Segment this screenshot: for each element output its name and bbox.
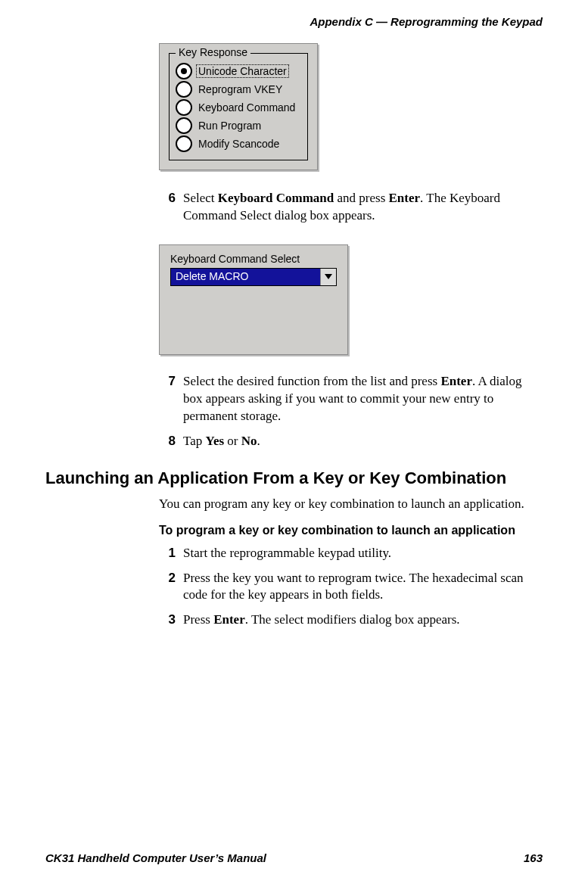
step-number: 8 — [159, 433, 176, 450]
t: . — [257, 434, 260, 448]
enter-bold: Enter — [389, 191, 421, 205]
step-7: 7 Select the desired function from the l… — [159, 373, 543, 425]
step-number: 2 — [159, 570, 176, 605]
section-intro-paragraph: You can program any key or key combinati… — [159, 496, 543, 513]
sub-step-3: 3 Press Enter. The select modifiers dial… — [159, 612, 543, 629]
radio-label: Run Program — [197, 120, 263, 132]
step-number: 1 — [159, 545, 176, 562]
step-text: Press the key you want to reprogram twic… — [183, 570, 543, 605]
enter-bold: Enter — [440, 374, 472, 388]
radio-button-icon — [176, 81, 192, 98]
chevron-down-icon — [325, 274, 332, 280]
step-text: Press Enter. The select modifiers dialog… — [183, 612, 543, 629]
radio-button-icon — [176, 63, 192, 79]
radio-label: Unicode Character — [197, 65, 288, 77]
t: Select the desired function from the lis… — [183, 374, 440, 388]
procedure-subheading: To program a key or key combination to l… — [159, 524, 543, 537]
radio-option[interactable]: Run Program — [176, 117, 297, 134]
t: Press — [183, 612, 213, 627]
combo-label: Keyboard Command Select — [170, 253, 337, 265]
key-response-groupbox: Key Response Unicode CharacterReprogram … — [169, 53, 308, 160]
step-text: Select the desired function from the lis… — [183, 373, 543, 425]
combo-selected-value: Delete MACRO — [171, 269, 320, 285]
step-number: 7 — [159, 373, 176, 425]
yes-bold: Yes — [206, 434, 225, 448]
keyboard-command-bold: Keyboard Command — [218, 191, 334, 205]
step-text: Select Keyboard Command and press Enter.… — [183, 190, 543, 225]
step-text: Tap Yes or No. — [183, 433, 543, 450]
radio-option[interactable]: Unicode Character — [176, 63, 297, 79]
step-6: 6 Select Keyboard Command and press Ente… — [159, 190, 543, 225]
command-select-combobox[interactable]: Delete MACRO — [170, 268, 337, 286]
footer-page-number: 163 — [524, 851, 543, 864]
groupbox-legend: Key Response — [176, 46, 250, 58]
page-header-appendix: Appendix C — Reprogramming the Keypad — [45, 15, 543, 28]
enter-bold: Enter — [213, 612, 245, 627]
sub-step-1: 1 Start the reprogrammable keypad utilit… — [159, 545, 543, 562]
section-heading-launching-app: Launching an Application From a Key or K… — [45, 468, 543, 488]
radio-option[interactable]: Reprogram VKEY — [176, 81, 297, 98]
step-number: 6 — [159, 190, 176, 225]
footer-manual-title: CK31 Handheld Computer User’s Manual — [45, 851, 266, 864]
t: Select — [183, 191, 218, 205]
radio-label: Keyboard Command — [197, 101, 297, 114]
step-number: 3 — [159, 612, 176, 629]
radio-option[interactable]: Modify Scancode — [176, 135, 297, 152]
t: . The select modifiers dialog box appear… — [245, 612, 460, 627]
sub-step-2: 2 Press the key you want to reprogram tw… — [159, 570, 543, 605]
radio-button-icon — [176, 99, 192, 116]
no-bold: No — [241, 434, 257, 448]
t: and press — [334, 191, 388, 205]
step-8: 8 Tap Yes or No. — [159, 433, 543, 450]
radio-option[interactable]: Keyboard Command — [176, 99, 297, 116]
keyboard-command-select-dialog: Keyboard Command Select Delete MACRO — [159, 244, 348, 355]
t: or — [224, 434, 241, 448]
radio-label: Modify Scancode — [197, 138, 281, 150]
radio-button-icon — [176, 117, 192, 134]
svg-marker-0 — [325, 274, 332, 279]
key-response-dialog: Key Response Unicode CharacterReprogram … — [159, 43, 318, 170]
combo-dropdown-button[interactable] — [320, 269, 336, 285]
t: Tap — [183, 434, 206, 448]
step-text: Start the reprogrammable keypad utility. — [183, 545, 543, 562]
radio-button-icon — [176, 135, 192, 152]
radio-label: Reprogram VKEY — [197, 83, 284, 95]
